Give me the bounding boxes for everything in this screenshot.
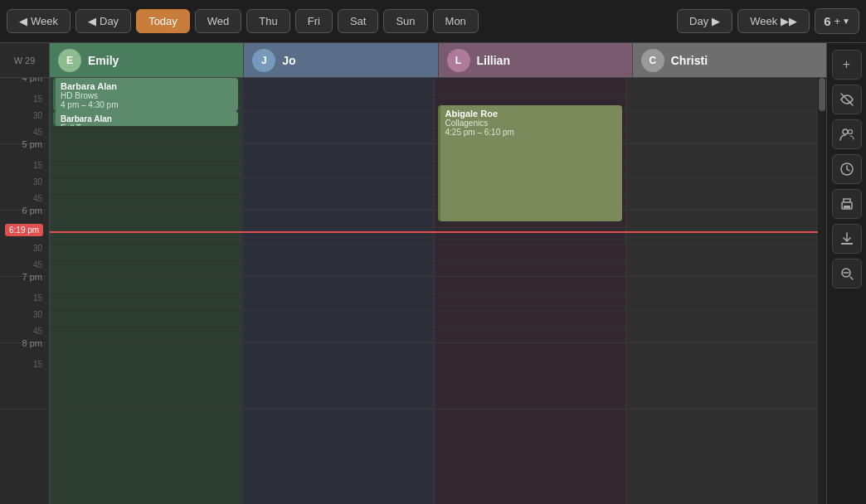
christi-name: Christi (671, 54, 708, 67)
time-slot-7pm: 7 pm 15 30 45 (0, 277, 49, 343)
time-slot-5pm: 5 pm 15 30 45 (0, 144, 49, 211)
time-label-6-30: 30 (33, 244, 42, 253)
time-label-5-30: 30 (33, 177, 42, 187)
time-slot-4pm: 4 pm 15 30 45 (0, 78, 49, 144)
plus-icon: + (834, 15, 841, 27)
current-time-badge: 6:19 pm (5, 224, 43, 236)
svg-point-1 (848, 130, 852, 134)
svg-rect-4 (844, 206, 850, 208)
time-label-7-15: 15 (33, 293, 42, 303)
toolbar-right: Day ▶ Week ▶▶ 6 + ▼ (677, 8, 859, 34)
sat-label: Sat (350, 15, 367, 27)
time-label-5-15: 15 (33, 161, 42, 170)
christi-column[interactable] (626, 78, 818, 504)
event-title: Barbara Alan (61, 81, 233, 91)
svg-point-0 (843, 129, 848, 134)
scroll-thumb (819, 78, 825, 111)
add-button[interactable]: + (832, 50, 862, 80)
staff-columns: Barbara Alan HD Brows 4 pm – 4:30 pm Bar… (50, 78, 818, 504)
week-view-button[interactable]: Week ▶▶ (737, 9, 810, 33)
event-time: 4 pm – 4:30 pm (61, 100, 233, 109)
calendar-body: W 29 E Emily J Jo L Lillian C Christi (0, 43, 866, 504)
calendar-main: W 29 E Emily J Jo L Lillian C Christi (0, 43, 826, 504)
toolbar: ◀ Week ◀ Day Today Wed Thu Fri Sat Sun M… (0, 0, 866, 43)
staff-header-jo: J Jo (244, 43, 438, 77)
current-time-line (50, 231, 818, 233)
export-button[interactable] (832, 224, 862, 254)
sat-button[interactable]: Sat (338, 9, 379, 33)
week-number: W 29 (14, 56, 36, 65)
time-label-8-15: 15 (33, 360, 42, 369)
avatar-christi: C (641, 49, 664, 72)
app-container: ◀ Week ◀ Day Today Wed Thu Fri Sat Sun M… (0, 0, 866, 504)
day-view-label: Day (689, 15, 708, 27)
thu-label: Thu (259, 15, 277, 27)
time-label-4-15: 15 (33, 94, 42, 104)
week-nav-button[interactable]: ◀ Week (7, 9, 71, 33)
event-abigale-title: Abigale Roe (445, 109, 618, 119)
time-slot-6pm: 6 pm 15 30 45 (0, 211, 49, 277)
day-label: Day (100, 15, 119, 27)
count-number: 6 (824, 14, 830, 28)
week-col-header: W 29 (0, 43, 50, 77)
time-label-7pm: 7 pm (22, 272, 42, 282)
lillian-name: Lillian (477, 54, 510, 67)
fri-button[interactable]: Fri (295, 9, 333, 33)
staff-header-emily: E Emily (50, 43, 244, 77)
event-subtitle-2: Full Tan (61, 124, 233, 126)
grid-body[interactable]: 4 pm 15 30 45 5 pm 15 30 45 6 pm (0, 78, 826, 504)
time-label-6-45: 45 (33, 260, 42, 269)
staff-button[interactable] (832, 119, 862, 149)
chevron-left-icon2: ◀ (88, 15, 96, 27)
event-barbara-alan-1[interactable]: Barbara Alan HD Brows 4 pm – 4:30 pm (53, 78, 238, 111)
time-button[interactable] (832, 154, 862, 184)
avatar-emily: E (58, 49, 81, 72)
time-label-4-45: 45 (33, 128, 42, 137)
time-label-4pm: 4 pm (22, 78, 42, 83)
event-abigale-time: 4:25 pm – 6:10 pm (445, 128, 618, 137)
zoom-out-button[interactable] (832, 259, 862, 288)
avatar-lillian: L (447, 49, 470, 72)
event-abigale-roe[interactable]: Abigale Roe Collagenics 4:25 pm – 6:10 p… (438, 105, 623, 221)
current-time-text: 6:19 pm (9, 225, 39, 235)
staff-header-lillian: L Lillian (439, 43, 633, 77)
print-button[interactable] (832, 189, 862, 219)
chevron-right-icon: ▶ (712, 15, 720, 27)
dropdown-icon: ▼ (842, 17, 850, 26)
staff-header-christi: C Christi (633, 43, 826, 77)
time-label-5-45: 45 (33, 194, 42, 203)
day-nav-button[interactable]: ◀ Day (75, 9, 131, 33)
jo-column[interactable] (242, 78, 435, 504)
chevron-right-icon2: ▶▶ (781, 15, 797, 27)
scroll-indicator[interactable] (818, 78, 826, 504)
event-abigale-sub: Collagenics (445, 119, 618, 128)
sun-button[interactable]: Sun (383, 9, 427, 33)
chevron-left-icon: ◀ (19, 15, 27, 27)
time-column: 4 pm 15 30 45 5 pm 15 30 45 6 pm (0, 78, 50, 504)
time-label-8pm: 8 pm (22, 338, 42, 348)
staff-headers-row: W 29 E Emily J Jo L Lillian C Christi (0, 43, 826, 78)
avatar-jo: J (252, 49, 275, 72)
time-label-4-30: 30 (33, 111, 42, 120)
today-label: Today (148, 15, 178, 27)
thu-button[interactable]: Thu (246, 9, 289, 33)
emily-name: Emily (88, 54, 119, 67)
mon-button[interactable]: Mon (433, 9, 479, 33)
day-view-button[interactable]: Day ▶ (677, 9, 732, 33)
today-button[interactable]: Today (136, 9, 190, 33)
time-label-7-30: 30 (33, 310, 42, 319)
sun-label: Sun (396, 15, 415, 27)
time-slot-8pm: 8 pm 15 (0, 343, 49, 410)
event-barbara-alan-2[interactable]: Barbara Alan Full Tan (53, 111, 238, 126)
count-selector[interactable]: 6 + ▼ (815, 8, 859, 34)
week-view-label: Week (750, 15, 777, 27)
event-title-2: Barbara Alan (61, 114, 233, 124)
lillian-column[interactable]: Abigale Roe Collagenics 4:25 pm – 6:10 p… (435, 78, 627, 504)
emily-column[interactable]: Barbara Alan HD Brows 4 pm – 4:30 pm Bar… (50, 78, 242, 504)
week-label: Week (31, 15, 58, 27)
wed-label: Wed (207, 15, 230, 27)
hide-button[interactable] (832, 85, 862, 114)
time-label-6pm: 6 pm (22, 206, 42, 216)
wed-button[interactable]: Wed (195, 9, 242, 33)
mon-label: Mon (445, 15, 466, 27)
